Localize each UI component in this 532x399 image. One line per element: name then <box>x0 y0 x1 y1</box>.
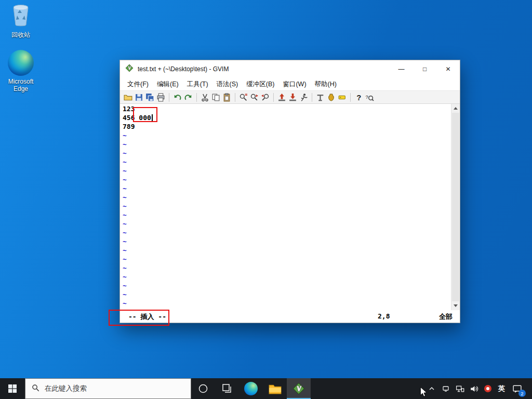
empty-line-tilde: ~ <box>123 157 460 166</box>
toolbar-separator <box>235 93 235 102</box>
empty-line-tilde: ~ <box>123 290 460 299</box>
cortana-icon <box>197 383 209 394</box>
scrollbar-thumb[interactable] <box>452 113 459 301</box>
recycle-bin-shortcut[interactable]: 回收站 <box>3 3 39 39</box>
maximize-button[interactable]: □ <box>413 60 436 78</box>
insert-mode-indicator: -- 插入 -- <box>128 312 166 322</box>
menu-syntax[interactable]: 语法(S) <box>212 78 243 90</box>
network-icon[interactable] <box>455 383 465 394</box>
menu-file[interactable]: 文件(F) <box>123 78 153 90</box>
taskbar: 在此键入搜索 <box>0 378 532 399</box>
empty-line-tilde: ~ <box>123 219 460 228</box>
toolbar-separator <box>350 93 351 102</box>
text-area[interactable]: 123 456 000 789 ~~~~~~~~~~~~~~~~~~~~ <box>120 104 460 310</box>
window-title: test.txt + (~\Desktop\test) - GVIM <box>138 65 390 73</box>
title-bar[interactable]: test.txt + (~\Desktop\test) - GVIM — □ ✕ <box>120 60 460 78</box>
editor-line-1: 123 <box>123 104 460 113</box>
redo-icon[interactable] <box>183 92 194 103</box>
print-icon[interactable] <box>155 92 166 103</box>
start-button[interactable] <box>0 378 25 399</box>
save-icon[interactable] <box>134 92 144 103</box>
menu-help[interactable]: 帮助(H) <box>311 78 341 90</box>
cortana-button[interactable] <box>191 378 215 399</box>
empty-line-tilde: ~ <box>123 255 460 263</box>
svg-text:?: ? <box>366 94 368 99</box>
editor-line-2: 456 000 <box>123 113 460 122</box>
find-help-icon[interactable]: ? <box>364 92 375 103</box>
vim-app-icon <box>125 64 134 74</box>
edge-icon <box>8 50 34 76</box>
chevron-up-icon[interactable] <box>427 383 437 394</box>
search-input[interactable]: 在此键入搜索 <box>25 378 191 399</box>
volume-icon[interactable] <box>469 383 479 394</box>
paste-icon[interactable] <box>221 92 232 103</box>
recycle-bin-icon <box>10 3 31 29</box>
empty-line-tilde: ~ <box>123 140 460 149</box>
scroll-down-icon <box>454 304 458 307</box>
status-bar: -- 插入 -- 2,8 全部 <box>120 310 460 323</box>
undo-icon[interactable] <box>172 92 183 103</box>
empty-line-tilde: ~ <box>123 228 460 237</box>
empty-line-tilde: ~ <box>123 237 460 246</box>
save-all-icon[interactable] <box>144 92 155 103</box>
menu-tools[interactable]: 工具(T) <box>183 78 212 90</box>
taskbar-edge-button[interactable] <box>239 378 263 399</box>
vertical-scrollbar[interactable] <box>451 104 460 310</box>
text-cursor <box>152 114 153 121</box>
toolbar-separator <box>273 93 274 102</box>
edge-taskbar-icon <box>244 382 258 395</box>
recycle-bin-label: 回收站 <box>11 31 30 39</box>
taskbar-gvim-button[interactable] <box>287 378 311 399</box>
input-method-red-icon[interactable] <box>483 383 493 394</box>
cursor-position: 2,8 <box>378 312 390 320</box>
search-icon <box>32 384 39 393</box>
toolbar-separator <box>312 93 312 102</box>
ime-language-indicator[interactable]: 英 <box>497 384 507 393</box>
menu-bar: 文件(F) 编辑(E) 工具(T) 语法(S) 缓冲区(B) 窗口(W) 帮助(… <box>120 78 460 90</box>
menu-window[interactable]: 窗口(W) <box>278 78 310 90</box>
toolbar-separator <box>196 93 197 102</box>
empty-line-tilde: ~ <box>123 299 460 308</box>
action-center-button[interactable]: 2 <box>510 382 524 395</box>
save-session-icon[interactable] <box>287 92 298 103</box>
make-icon[interactable] <box>315 92 326 103</box>
empty-line-tilde: ~ <box>123 263 460 272</box>
empty-line-tilde: ~ <box>123 166 460 175</box>
scroll-up-icon <box>454 107 458 110</box>
task-view-button[interactable] <box>215 378 239 399</box>
close-button[interactable]: ✕ <box>436 60 460 78</box>
run-script-icon[interactable] <box>298 92 309 103</box>
menu-buffers[interactable]: 缓冲区(B) <box>242 78 278 90</box>
notification-badge: 2 <box>518 390 526 397</box>
build-tags-icon[interactable] <box>326 92 337 103</box>
desktop[interactable]: 回收站 Microsoft Edge test.txt + (~\Desktop… <box>0 0 532 399</box>
svg-text:?: ? <box>356 93 361 101</box>
empty-line-tilde: ~ <box>123 149 460 157</box>
minimize-button[interactable]: — <box>390 60 413 78</box>
edge-label: Microsoft Edge <box>3 78 39 92</box>
gvim-window: test.txt + (~\Desktop\test) - GVIM — □ ✕… <box>119 60 460 323</box>
hardware-icon[interactable] <box>441 383 451 394</box>
windows-logo-icon <box>8 384 17 393</box>
empty-line-tilde: ~ <box>123 272 460 281</box>
copy-icon[interactable] <box>210 92 221 103</box>
cut-icon[interactable] <box>200 92 210 103</box>
open-icon[interactable] <box>123 92 134 103</box>
taskbar-explorer-button[interactable] <box>263 378 287 399</box>
gvim-toolbar: ?? <box>120 90 460 104</box>
help-icon[interactable]: ? <box>353 92 364 103</box>
find-next-icon[interactable] <box>249 92 260 103</box>
jump-to-tag-icon[interactable] <box>337 92 348 103</box>
toolbar-separator <box>169 93 169 102</box>
system-tray: 英 2 <box>427 378 532 399</box>
task-view-icon <box>222 383 232 394</box>
microsoft-edge-shortcut[interactable]: Microsoft Edge <box>3 50 39 92</box>
menu-edit[interactable]: 编辑(E) <box>153 78 183 90</box>
gvim-taskbar-icon <box>292 382 305 395</box>
find-prev-icon[interactable] <box>260 92 271 103</box>
load-session-icon[interactable] <box>276 92 287 103</box>
scroll-up-button[interactable] <box>451 104 460 113</box>
find-replace-icon[interactable] <box>238 92 249 103</box>
scroll-down-button[interactable] <box>451 301 460 310</box>
empty-line-tilde: ~ <box>123 131 460 140</box>
